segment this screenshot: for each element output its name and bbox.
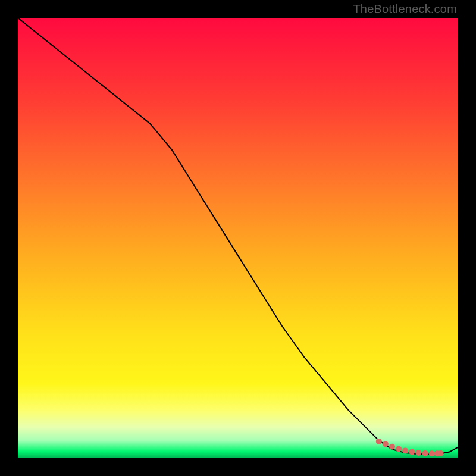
highlight-band-dots xyxy=(376,439,444,456)
highlight-dot xyxy=(437,450,443,456)
highlight-dot xyxy=(383,441,389,447)
highlight-dot xyxy=(389,444,395,450)
highlight-dot xyxy=(422,450,428,456)
chart-stage: TheBottleneck.com xyxy=(0,0,476,476)
highlight-dot xyxy=(396,446,402,452)
plot-area xyxy=(18,18,458,458)
highlight-dot xyxy=(402,447,408,453)
watermark-text: TheBottleneck.com xyxy=(353,2,457,16)
main-curve-line xyxy=(18,18,458,454)
highlight-dot xyxy=(376,439,382,444)
highlight-dot xyxy=(429,450,435,456)
highlight-dot xyxy=(415,450,421,456)
highlight-dot xyxy=(409,449,415,455)
chart-overlay xyxy=(18,18,458,458)
